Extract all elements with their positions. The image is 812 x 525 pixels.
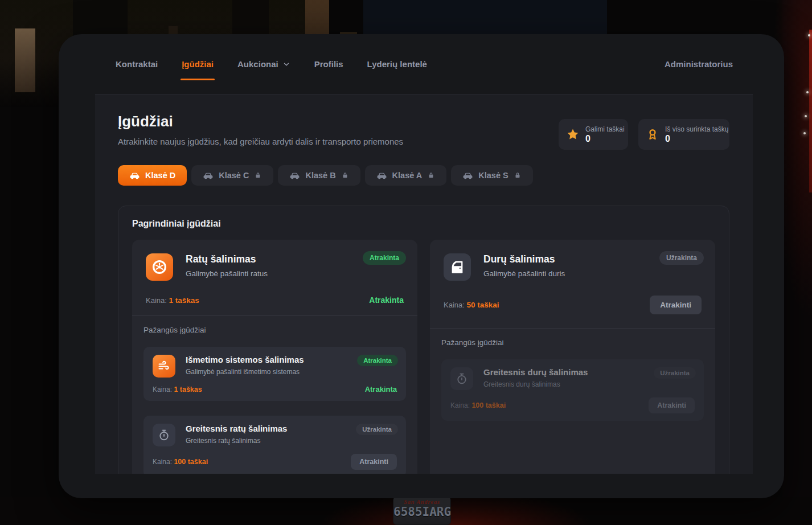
class-tab-c[interactable]: Klasė C bbox=[191, 165, 273, 186]
skill-main-door-removal: Durų šalinimas Galimybė pašalinti duris … bbox=[430, 240, 715, 328]
lock-icon bbox=[514, 171, 522, 179]
skill-title: Durų šalinimas bbox=[483, 253, 565, 265]
star-icon bbox=[566, 128, 580, 141]
advanced-skills-label: Pažangūs įgūdžiai bbox=[441, 338, 704, 347]
status-badge: Atrakinta bbox=[363, 251, 406, 265]
nav-tab-lyderiu-lentele[interactable]: Lyderių lentelė bbox=[367, 55, 427, 73]
nav-tab-aukcionai[interactable]: Aukcionai bbox=[237, 55, 290, 73]
skill-description: Greitesnis ratų šalinimas bbox=[186, 437, 287, 445]
car-icon bbox=[129, 170, 140, 181]
advanced-skills-doors: Pažangūs įgūdžiai bbox=[430, 329, 715, 432]
class-tabs: Klasė D Klasė C Klasė B bbox=[118, 165, 533, 186]
class-tab-a[interactable]: Klasė A bbox=[365, 165, 447, 186]
price-value: 100 taškai bbox=[471, 401, 506, 409]
background-light-dot bbox=[806, 91, 809, 93]
car-icon bbox=[376, 170, 387, 181]
skill-description: Greitesnis durų šalinimas bbox=[483, 380, 588, 388]
status-badge: Atrakinta bbox=[357, 355, 398, 366]
license-plate-region: San Andreas bbox=[393, 499, 450, 505]
class-tab-s[interactable]: Klasė S bbox=[451, 165, 532, 186]
unlock-button[interactable]: Atrakinti bbox=[351, 454, 397, 470]
skill-price: Kaina: 1 taškas bbox=[146, 296, 199, 305]
available-points-badge: Galimi taškai 0 bbox=[559, 119, 628, 150]
skill-column-doors: Durų šalinimas Galimybė pašalinti duris … bbox=[430, 240, 715, 474]
nav-tab-label: Kontraktai bbox=[116, 59, 158, 69]
skill-title: Išmetimo sistemos šalinimas bbox=[186, 355, 304, 365]
nav-tab-profilis[interactable]: Profilis bbox=[314, 55, 343, 73]
page-title: Įgūdžiai bbox=[118, 113, 173, 130]
skill-main-wheel-removal: Ratų šalinimas Galimybė pašalinti ratus … bbox=[132, 240, 417, 315]
car-icon bbox=[462, 170, 473, 181]
license-plate: San Andreas 6585IARG bbox=[393, 497, 451, 525]
status-badge: Užrakinta bbox=[659, 251, 704, 265]
price-value: 1 taškas bbox=[169, 296, 199, 305]
class-tab-label: Klasė A bbox=[392, 171, 423, 180]
car-icon bbox=[289, 170, 300, 181]
nav-tab-kontraktai[interactable]: Kontraktai bbox=[116, 55, 158, 73]
license-plate-number: 6585IARG bbox=[393, 505, 450, 519]
total-points-badge: Iš viso surinkta taškų 0 bbox=[638, 119, 729, 150]
skill-title: Greitesnis durų šalinimas bbox=[483, 367, 588, 378]
page-subtitle: Atrakinkite naujus įgūdžius, kad greičia… bbox=[118, 137, 403, 146]
price-label: Kaina: bbox=[450, 401, 470, 409]
price-label: Kaina: bbox=[146, 296, 167, 305]
nav-tab-label: Aukcionai bbox=[237, 59, 278, 69]
nav-tab-igudziai[interactable]: Įgūdžiai bbox=[182, 55, 214, 73]
advanced-skills-label: Pažangūs įgūdžiai bbox=[143, 326, 406, 334]
skill-description: Galimybė pašalinti išmetimo sistemas bbox=[186, 368, 304, 376]
background-light-dot bbox=[803, 132, 806, 134]
class-tab-label: Klasė C bbox=[219, 171, 249, 180]
skill-sub-faster-wheel-removal: Greitesnis ratų šalinimas Greitesnis rat… bbox=[143, 416, 406, 474]
class-tab-label: Klasė D bbox=[145, 171, 175, 180]
price-value: 50 taškai bbox=[467, 301, 499, 309]
class-tab-d[interactable]: Klasė D bbox=[118, 165, 187, 186]
stopwatch-icon bbox=[153, 424, 175, 446]
skill-price: Kaina: 50 taškai bbox=[444, 301, 499, 309]
top-navigation: Kontraktai Įgūdžiai Aukcionai Profilis L… bbox=[116, 34, 427, 94]
price-label: Kaina: bbox=[153, 458, 172, 466]
background-light-dot bbox=[808, 34, 810, 36]
main-skills-section: Pagrindiniai įgūdžiai bbox=[118, 206, 729, 474]
skill-description: Galimybė pašalinti ratus bbox=[186, 269, 268, 278]
lock-icon bbox=[341, 171, 349, 179]
skills-grid: Ratų šalinimas Galimybė pašalinti ratus … bbox=[132, 240, 715, 474]
status-badge: Užrakinta bbox=[356, 424, 398, 435]
skill-title: Greitesnis ratų šalinimas bbox=[186, 424, 287, 434]
total-points-value: 0 bbox=[665, 134, 728, 144]
skill-column-wheels: Ratų šalinimas Galimybė pašalinti ratus … bbox=[132, 240, 417, 474]
nav-admin-link[interactable]: Administratorius bbox=[665, 34, 733, 94]
total-points-label: Iš viso surinkta taškų bbox=[665, 125, 728, 133]
background-bridge-light bbox=[809, 30, 812, 192]
chevron-down-icon bbox=[282, 60, 290, 68]
car-icon bbox=[203, 170, 214, 181]
unlocked-status-text: Atrakinta bbox=[369, 296, 404, 305]
main-skills-title: Pagrindiniai įgūdžiai bbox=[132, 219, 715, 229]
lock-icon bbox=[427, 171, 435, 179]
status-badge: Užrakinta bbox=[654, 367, 696, 379]
skills-app-panel: Kontraktai Įgūdžiai Aukcionai Profilis L… bbox=[59, 34, 784, 498]
class-tab-b[interactable]: Klasė B bbox=[278, 165, 360, 186]
skill-sub-faster-door-removal: Greitesnis durų šalinimas Greitesnis dur… bbox=[441, 359, 704, 421]
exhaust-icon bbox=[153, 355, 175, 378]
price-value: 100 taškai bbox=[174, 458, 208, 466]
skill-title: Ratų šalinimas bbox=[186, 253, 268, 265]
unlock-button[interactable]: Atrakinti bbox=[649, 397, 695, 413]
unlock-button[interactable]: Atrakinti bbox=[650, 296, 702, 314]
medal-icon bbox=[646, 128, 659, 141]
lock-icon bbox=[254, 171, 262, 179]
skill-price: Kaina: 100 taškai bbox=[450, 401, 506, 409]
background-light-dot bbox=[805, 115, 807, 117]
unlocked-status-text: Atrakinta bbox=[365, 385, 397, 393]
nav-tab-label: Profilis bbox=[314, 59, 343, 69]
skill-description: Galimybė pašalinti duris bbox=[483, 269, 565, 278]
nav-tab-label: Lyderių lentelė bbox=[367, 59, 427, 69]
advanced-skills-wheels: Pažangūs įgūdžiai bbox=[132, 316, 417, 474]
background-lit-window bbox=[15, 28, 35, 92]
skill-price: Kaina: 100 taškai bbox=[153, 458, 208, 466]
car-door-icon bbox=[444, 253, 471, 281]
wheel-icon bbox=[146, 253, 173, 281]
available-points-label: Galimi taškai bbox=[585, 125, 625, 133]
price-label: Kaina: bbox=[444, 301, 465, 309]
skill-sub-exhaust-removal: Išmetimo sistemos šalinimas Galimybė paš… bbox=[143, 347, 406, 401]
class-tab-label: Klasė B bbox=[305, 171, 335, 180]
